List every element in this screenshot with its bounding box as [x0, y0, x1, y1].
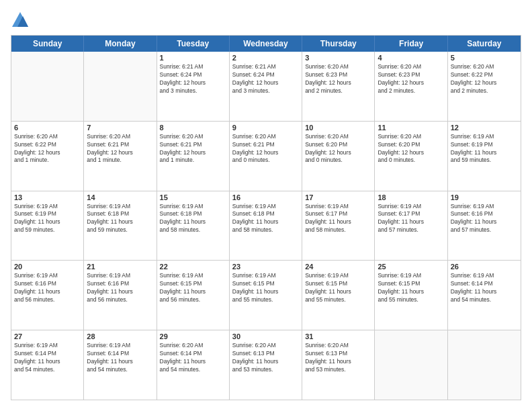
cell-daylight-info: Sunrise: 6:20 AM Sunset: 6:21 PM Dayligh… [160, 133, 226, 165]
calendar-cell: 22Sunrise: 6:19 AM Sunset: 6:15 PM Dayli… [157, 261, 230, 330]
cell-daylight-info: Sunrise: 6:19 AM Sunset: 6:16 PM Dayligh… [451, 203, 518, 235]
day-number: 31 [305, 332, 371, 340]
calendar-cell: 1Sunrise: 6:21 AM Sunset: 6:24 PM Daylig… [157, 52, 230, 121]
calendar-week-4: 20Sunrise: 6:19 AM Sunset: 6:16 PM Dayli… [11, 261, 521, 330]
day-number: 15 [160, 193, 226, 201]
calendar-cell: 27Sunrise: 6:19 AM Sunset: 6:14 PM Dayli… [11, 330, 84, 400]
calendar-cell: 10Sunrise: 6:20 AM Sunset: 6:20 PM Dayli… [302, 122, 375, 191]
calendar-cell: 17Sunrise: 6:19 AM Sunset: 6:17 PM Dayli… [302, 191, 375, 261]
day-number: 24 [305, 263, 371, 271]
calendar-cell: 19Sunrise: 6:19 AM Sunset: 6:16 PM Dayli… [448, 191, 521, 261]
cell-daylight-info: Sunrise: 6:19 AM Sunset: 6:14 PM Dayligh… [14, 342, 81, 374]
cell-daylight-info: Sunrise: 6:20 AM Sunset: 6:20 PM Dayligh… [305, 133, 371, 165]
day-header-monday: Monday [84, 36, 157, 52]
cell-daylight-info: Sunrise: 6:19 AM Sunset: 6:14 PM Dayligh… [87, 342, 153, 374]
calendar-cell [448, 330, 521, 400]
cell-daylight-info: Sunrise: 6:19 AM Sunset: 6:17 PM Dayligh… [378, 203, 444, 235]
header [11, 11, 521, 30]
day-number: 9 [232, 124, 299, 132]
calendar-cell: 2Sunrise: 6:21 AM Sunset: 6:24 PM Daylig… [230, 52, 302, 121]
day-header-sunday: Sunday [11, 36, 84, 52]
cell-daylight-info: Sunrise: 6:20 AM Sunset: 6:20 PM Dayligh… [378, 133, 444, 165]
day-number: 3 [305, 54, 371, 62]
day-number: 20 [14, 263, 81, 271]
calendar-week-3: 13Sunrise: 6:19 AM Sunset: 6:19 PM Dayli… [11, 191, 521, 261]
calendar-cell: 5Sunrise: 6:20 AM Sunset: 6:22 PM Daylig… [448, 52, 521, 121]
calendar-cell: 14Sunrise: 6:19 AM Sunset: 6:18 PM Dayli… [84, 191, 157, 261]
day-number: 23 [232, 263, 299, 271]
day-number: 10 [305, 124, 371, 132]
cell-daylight-info: Sunrise: 6:20 AM Sunset: 6:14 PM Dayligh… [160, 342, 226, 374]
cell-daylight-info: Sunrise: 6:20 AM Sunset: 6:21 PM Dayligh… [87, 133, 153, 165]
day-number: 27 [14, 332, 81, 340]
calendar-cell: 11Sunrise: 6:20 AM Sunset: 6:20 PM Dayli… [375, 122, 447, 191]
day-number: 11 [378, 124, 444, 132]
page: SundayMondayTuesdayWednesdayThursdayFrid… [0, 0, 532, 411]
calendar-cell [11, 52, 84, 121]
cell-daylight-info: Sunrise: 6:20 AM Sunset: 6:22 PM Dayligh… [451, 63, 518, 95]
logo [11, 11, 32, 30]
cell-daylight-info: Sunrise: 6:20 AM Sunset: 6:23 PM Dayligh… [305, 63, 371, 95]
calendar-cell [84, 52, 157, 121]
day-header-saturday: Saturday [448, 36, 521, 52]
day-number: 13 [14, 193, 81, 201]
cell-daylight-info: Sunrise: 6:19 AM Sunset: 6:15 PM Dayligh… [232, 272, 299, 304]
calendar-cell: 28Sunrise: 6:19 AM Sunset: 6:14 PM Dayli… [84, 330, 157, 400]
cell-daylight-info: Sunrise: 6:20 AM Sunset: 6:13 PM Dayligh… [232, 342, 299, 374]
day-number: 12 [451, 124, 518, 132]
calendar-cell: 15Sunrise: 6:19 AM Sunset: 6:18 PM Dayli… [157, 191, 230, 261]
calendar-cell: 30Sunrise: 6:20 AM Sunset: 6:13 PM Dayli… [230, 330, 302, 400]
cell-daylight-info: Sunrise: 6:19 AM Sunset: 6:19 PM Dayligh… [451, 133, 518, 165]
cell-daylight-info: Sunrise: 6:19 AM Sunset: 6:15 PM Dayligh… [305, 272, 371, 304]
day-number: 6 [14, 124, 81, 132]
cell-daylight-info: Sunrise: 6:19 AM Sunset: 6:16 PM Dayligh… [87, 272, 153, 304]
day-number: 8 [160, 124, 226, 132]
day-number: 22 [160, 263, 226, 271]
cell-daylight-info: Sunrise: 6:19 AM Sunset: 6:15 PM Dayligh… [378, 272, 444, 304]
day-number: 26 [451, 263, 518, 271]
calendar: SundayMondayTuesdayWednesdayThursdayFrid… [11, 35, 521, 400]
day-number: 17 [305, 193, 371, 201]
day-header-friday: Friday [375, 36, 447, 52]
day-number: 14 [87, 193, 153, 201]
day-number: 1 [160, 54, 226, 62]
calendar-cell: 9Sunrise: 6:20 AM Sunset: 6:21 PM Daylig… [230, 122, 302, 191]
calendar-cell: 23Sunrise: 6:19 AM Sunset: 6:15 PM Dayli… [230, 261, 302, 330]
calendar-week-5: 27Sunrise: 6:19 AM Sunset: 6:14 PM Dayli… [11, 330, 521, 400]
cell-daylight-info: Sunrise: 6:19 AM Sunset: 6:19 PM Dayligh… [14, 203, 81, 235]
day-number: 18 [378, 193, 444, 201]
cell-daylight-info: Sunrise: 6:19 AM Sunset: 6:15 PM Dayligh… [160, 272, 226, 304]
day-number: 19 [451, 193, 518, 201]
cell-daylight-info: Sunrise: 6:20 AM Sunset: 6:13 PM Dayligh… [305, 342, 371, 374]
day-number: 4 [378, 54, 444, 62]
calendar-cell: 26Sunrise: 6:19 AM Sunset: 6:14 PM Dayli… [448, 261, 521, 330]
calendar-cell [375, 330, 447, 400]
day-number: 21 [87, 263, 153, 271]
calendar-cell: 8Sunrise: 6:20 AM Sunset: 6:21 PM Daylig… [157, 122, 230, 191]
cell-daylight-info: Sunrise: 6:19 AM Sunset: 6:18 PM Dayligh… [87, 203, 153, 235]
cell-daylight-info: Sunrise: 6:21 AM Sunset: 6:24 PM Dayligh… [232, 63, 299, 95]
day-header-thursday: Thursday [302, 36, 375, 52]
day-header-tuesday: Tuesday [157, 36, 230, 52]
day-number: 5 [451, 54, 518, 62]
day-number: 30 [232, 332, 299, 340]
day-number: 2 [232, 54, 299, 62]
calendar-cell: 24Sunrise: 6:19 AM Sunset: 6:15 PM Dayli… [302, 261, 375, 330]
cell-daylight-info: Sunrise: 6:19 AM Sunset: 6:18 PM Dayligh… [232, 203, 299, 235]
day-number: 25 [378, 263, 444, 271]
calendar-cell: 6Sunrise: 6:20 AM Sunset: 6:22 PM Daylig… [11, 122, 84, 191]
calendar-cell: 25Sunrise: 6:19 AM Sunset: 6:15 PM Dayli… [375, 261, 447, 330]
logo-icon [11, 11, 30, 30]
cell-daylight-info: Sunrise: 6:20 AM Sunset: 6:23 PM Dayligh… [378, 63, 444, 95]
calendar-cell: 4Sunrise: 6:20 AM Sunset: 6:23 PM Daylig… [375, 52, 447, 121]
cell-daylight-info: Sunrise: 6:21 AM Sunset: 6:24 PM Dayligh… [160, 63, 226, 95]
calendar-header: SundayMondayTuesdayWednesdayThursdayFrid… [11, 36, 521, 52]
calendar-cell: 3Sunrise: 6:20 AM Sunset: 6:23 PM Daylig… [302, 52, 375, 121]
calendar-cell: 16Sunrise: 6:19 AM Sunset: 6:18 PM Dayli… [230, 191, 302, 261]
calendar-cell: 21Sunrise: 6:19 AM Sunset: 6:16 PM Dayli… [84, 261, 157, 330]
cell-daylight-info: Sunrise: 6:19 AM Sunset: 6:18 PM Dayligh… [160, 203, 226, 235]
calendar-cell: 31Sunrise: 6:20 AM Sunset: 6:13 PM Dayli… [302, 330, 375, 400]
cell-daylight-info: Sunrise: 6:20 AM Sunset: 6:22 PM Dayligh… [14, 133, 81, 165]
day-number: 16 [232, 193, 299, 201]
calendar-cell: 29Sunrise: 6:20 AM Sunset: 6:14 PM Dayli… [157, 330, 230, 400]
